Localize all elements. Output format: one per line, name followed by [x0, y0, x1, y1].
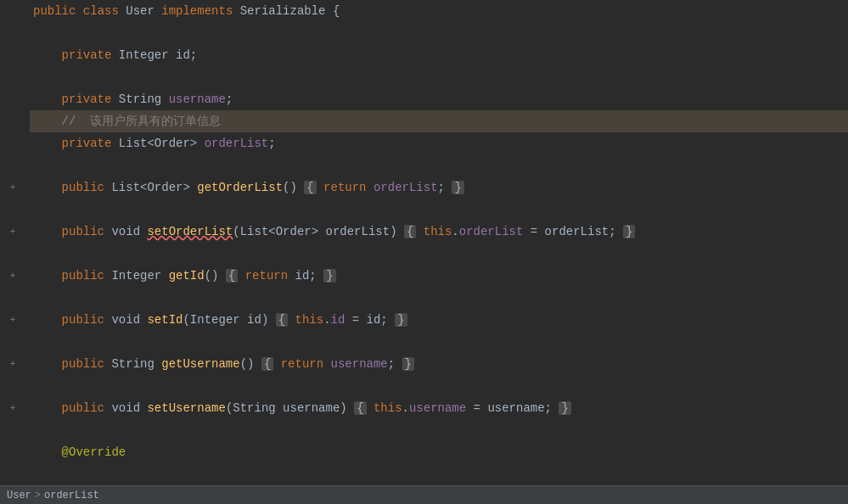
code-lines: public class User implements Serializabl… [25, 0, 848, 485]
gutter-line-8 [0, 154, 25, 176]
code-container: + + + + + + public class User imp [0, 0, 848, 485]
token-private-2: private [62, 92, 112, 106]
token-setid: setId [147, 313, 183, 327]
token-orderlist-param: orderList [326, 225, 390, 238]
token-this-3: this [373, 401, 402, 415]
code-line-6: // 该用户所具有的订单信息 [30, 110, 848, 132]
gutter-line-5 [0, 88, 25, 110]
breadcrumb-part1: User [7, 490, 31, 501]
code-line-10 [30, 199, 848, 221]
code-line-2 [30, 22, 848, 44]
token-user: User [126, 4, 154, 18]
token-username-param: username [283, 401, 340, 415]
token-orderlist-1: orderList [373, 181, 438, 194]
code-line-1: public class User implements Serializabl… [30, 0, 848, 22]
gutter-line-3 [0, 44, 25, 66]
token-private-3: private [62, 137, 112, 150]
breadcrumb-part2: orderList [44, 490, 99, 501]
gutter-fold-15[interactable]: + [0, 309, 25, 331]
token-getusername: getUsername [161, 357, 239, 371]
code-line-17: public String getUsername () { return us… [30, 353, 848, 375]
gutter-line-12 [0, 243, 25, 265]
code-line-16 [30, 331, 848, 353]
token-public-1: public [33, 4, 76, 18]
code-line-9: public List<Order> getOrderList () { ret… [30, 176, 848, 199]
token-setusername: setUsername [147, 401, 225, 415]
token-serializable: Serializable [240, 4, 326, 18]
bottom-bar: User > orderList [0, 485, 848, 504]
gutter-line-14 [0, 287, 25, 309]
code-line-13: public Integer getId () { return id; } [30, 265, 848, 287]
code-line-12 [30, 243, 848, 265]
token-public-5: public [62, 313, 104, 327]
code-line-7: private List<Order> orderList ; [30, 132, 848, 154]
code-line-11: public void setOrderList (List<Order> or… [30, 221, 848, 243]
code-line-14 [30, 287, 848, 309]
token-integer: Integer [119, 48, 169, 62]
token-override: @Override [62, 445, 126, 459]
code-line-18 [30, 375, 848, 397]
gutter-line-16 [0, 331, 25, 353]
code-line-4 [30, 66, 848, 88]
token-private-1: private [62, 48, 112, 62]
code-line-19: public void setUsername (String username… [30, 397, 848, 419]
gutter-line-4 [0, 66, 25, 88]
token-public-6: public [62, 357, 104, 371]
gutter-fold-11[interactable]: + [0, 221, 25, 243]
token-username: username [169, 92, 226, 106]
code-line-3: private Integer id; [30, 44, 848, 66]
token-public-7: public [62, 401, 104, 415]
gutter-line-2 [0, 22, 25, 44]
code-line-8 [30, 154, 848, 176]
gutter-fold-17[interactable]: + [0, 353, 25, 375]
gutter-fold-13[interactable]: + [0, 265, 25, 287]
token-getid: getId [169, 269, 205, 283]
code-line-5: private String username ; [30, 88, 848, 110]
token-return-2: return [245, 269, 288, 283]
gutter-line-7 [0, 132, 25, 154]
token-this-2: this [295, 313, 324, 327]
gutter-line-18 [0, 375, 25, 397]
token-username-return: username [331, 357, 388, 371]
gutter: + + + + + + [0, 0, 25, 485]
gutter-fold-9[interactable]: + [0, 176, 25, 199]
code-line-20 [30, 419, 848, 441]
token-public-4: public [62, 269, 104, 283]
gutter-line-21 [0, 441, 25, 463]
gutter-fold-19[interactable]: + [0, 397, 25, 419]
gutter-line-20 [0, 419, 25, 441]
token-username-assign: username [487, 401, 544, 415]
token-class: class [83, 4, 119, 18]
token-orderlist-field: orderList [205, 137, 269, 150]
token-this-orderlist: orderList [459, 225, 524, 238]
breadcrumb-separator: > [35, 490, 41, 501]
code-line-21: @Override [30, 441, 848, 463]
gutter-line-1 [0, 0, 25, 22]
token-public-3: public [62, 225, 104, 238]
gutter-line-10 [0, 199, 25, 221]
code-editor: + + + + + + public class User imp [0, 0, 848, 504]
token-setorderlist: setOrderList [147, 225, 233, 238]
token-comment: // 该用户所具有的订单信息 [62, 114, 222, 129]
token-this-username: username [409, 401, 466, 415]
token-implements: implements [161, 4, 233, 18]
token-this-1: this [424, 225, 452, 238]
token-return-3: return [281, 357, 323, 371]
code-line-15: public void setId (Integer id) { this . … [30, 309, 848, 331]
token-return-1: return [323, 181, 366, 194]
token-getorderlist: getOrderList [197, 181, 283, 194]
token-public-2: public [62, 181, 104, 194]
token-this-id: id [331, 313, 345, 327]
gutter-line-6 [0, 110, 25, 132]
